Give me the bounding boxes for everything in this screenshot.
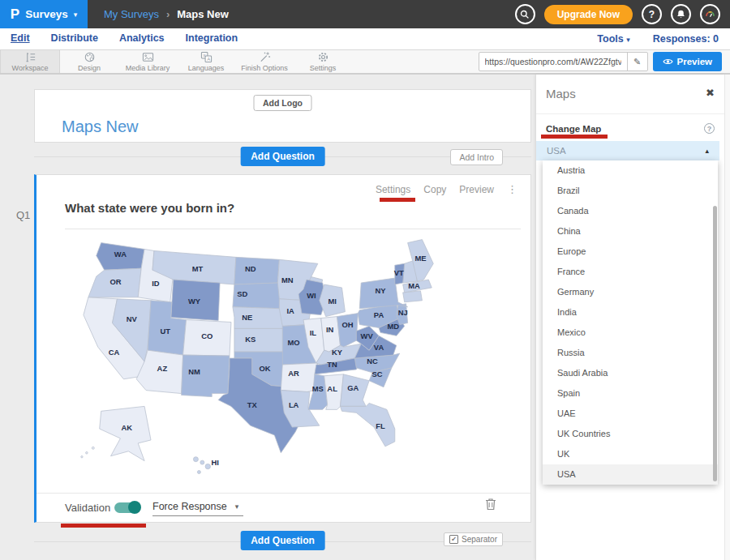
state-label-WV: WV (361, 331, 374, 340)
chevron-down-icon: ▾ (626, 36, 630, 44)
map-option-usa[interactable]: USA (543, 464, 718, 485)
validation-label: Validation (65, 502, 110, 514)
state-HI-island[interactable] (193, 457, 198, 462)
tab-distribute[interactable]: Distribute (51, 32, 98, 45)
map-option-spain[interactable]: Spain (543, 383, 718, 404)
state-FL[interactable] (341, 403, 395, 446)
design-icon (84, 52, 96, 63)
map-option-india[interactable]: India (543, 302, 718, 323)
questionpro-logo: P (11, 6, 19, 23)
responses-count[interactable]: Responses: 0 (653, 33, 719, 45)
preview-button[interactable]: Preview (653, 52, 722, 71)
tools-menu[interactable]: Tools ▾ (597, 33, 629, 45)
state-label-GA: GA (347, 383, 359, 392)
search-button[interactable] (515, 4, 535, 24)
tab-edit[interactable]: Edit (11, 32, 30, 45)
state-label-FL: FL (376, 421, 385, 430)
state-label-OH: OH (341, 320, 353, 329)
state-label-MS: MS (312, 384, 324, 393)
state-ND[interactable] (234, 257, 279, 284)
question-action-copy[interactable]: Copy (423, 184, 446, 195)
tab-analytics[interactable]: Analytics (119, 32, 165, 45)
delete-question-button[interactable] (485, 498, 496, 511)
map-option-saudi-arabia[interactable]: Saudi Arabia (543, 363, 718, 383)
state-HI-island[interactable] (197, 471, 200, 474)
add-question-button-top[interactable]: Add Question (240, 147, 325, 166)
map-option-russia[interactable]: Russia (543, 343, 718, 363)
toolbar-languages[interactable]: xALanguages (177, 50, 235, 73)
state-HI-island[interactable] (205, 464, 210, 468)
toolbar-design[interactable]: Design (60, 50, 118, 73)
map-option-europe[interactable]: Europe (543, 242, 718, 262)
breadcrumb: My Surveys › Maps New (104, 8, 229, 20)
page-scrollbar[interactable] (724, 75, 730, 560)
dropdown-scrollbar[interactable] (713, 206, 717, 481)
workspace-icon (24, 52, 36, 63)
state-label-OK: OK (259, 364, 270, 373)
map-option-uk-countries[interactable]: UK Countries (543, 424, 718, 444)
state-label-ME: ME (414, 254, 426, 263)
close-panel-button[interactable]: ✖ (706, 87, 715, 99)
toolbar-workspace[interactable]: Workspace (0, 50, 60, 73)
help-icon[interactable]: ? (704, 123, 715, 134)
state-label-WY: WY (188, 297, 201, 306)
annotation-underline-settings (380, 198, 415, 202)
map-option-france[interactable]: France (543, 262, 718, 282)
survey-nav: EditDistributeAnalyticsIntegration Tools… (0, 28, 730, 50)
state-HI-island[interactable] (200, 460, 204, 464)
search-icon (519, 9, 530, 20)
question-action-preview[interactable]: Preview (459, 184, 494, 195)
state-label-OR: OR (110, 277, 121, 286)
state-label-LA: LA (289, 400, 299, 409)
validation-toggle[interactable] (114, 502, 140, 513)
state-label-MD: MD (388, 322, 400, 331)
map-option-austria[interactable]: Austria (543, 160, 718, 181)
question-action-settings[interactable]: Settings (376, 184, 410, 195)
map-option-china[interactable]: China (543, 221, 718, 242)
survey-header-card: Add Logo Maps New (34, 89, 531, 143)
state-OH[interactable] (337, 314, 359, 348)
close-icon: ✖ (706, 87, 715, 99)
breadcrumb-survey-name: Maps New (177, 8, 229, 20)
eye-icon (663, 58, 673, 66)
breadcrumb-my-surveys[interactable]: My Surveys (104, 8, 159, 20)
separator-button[interactable]: ✔ Separator (444, 532, 503, 546)
state-AK[interactable] (100, 406, 151, 460)
map-option-mexico[interactable]: Mexico (543, 323, 718, 343)
add-question-button-bottom[interactable]: Add Question (240, 531, 325, 550)
force-response-dropdown[interactable]: Force Response ▾ (152, 501, 243, 516)
toolbar-finish-options[interactable]: Finish Options (235, 50, 294, 73)
state-label-PA: PA (374, 310, 384, 319)
help-button[interactable]: ? (642, 4, 662, 24)
map-option-brazil[interactable]: Brazil (543, 181, 718, 201)
top-header: P Surveys ▾ My Surveys › Maps New Upgrad… (0, 0, 730, 28)
add-intro-button[interactable]: Add Intro (450, 149, 503, 165)
edit-url-button[interactable]: ✎ (627, 53, 647, 71)
map-option-germany[interactable]: Germany (543, 282, 718, 302)
question-text[interactable]: What state were you born in? (65, 201, 234, 215)
notifications-button[interactable] (671, 4, 691, 24)
state-label-MO: MO (288, 338, 300, 347)
survey-title[interactable]: Maps New (62, 118, 138, 136)
upgrade-now-button[interactable]: Upgrade Now (544, 5, 633, 24)
survey-url-input[interactable] (479, 57, 627, 66)
map-option-uk[interactable]: UK (543, 444, 718, 464)
state-label-NY: NY (375, 286, 386, 295)
toolbar-media-library[interactable]: Media Library (118, 50, 177, 73)
map-option-canada[interactable]: Canada (543, 201, 718, 221)
toolbar-settings[interactable]: Settings (294, 50, 352, 73)
questionpro-app: P Surveys ▾ My Surveys › Maps New Upgrad… (0, 0, 730, 560)
add-logo-button[interactable]: Add Logo (253, 95, 312, 111)
product-switcher[interactable]: P Surveys ▾ (0, 0, 88, 28)
tab-integration[interactable]: Integration (186, 32, 238, 45)
question-more-menu[interactable]: ⋮ (507, 183, 517, 195)
state-label-IA: IA (286, 306, 294, 315)
map-select[interactable]: USA ▴ (536, 141, 719, 160)
change-map-label: Change Map (546, 124, 601, 134)
chevron-right-icon: › (166, 8, 170, 20)
account-menu-button[interactable] (700, 4, 720, 24)
chevron-up-icon: ▴ (705, 147, 709, 155)
state-label-NC: NC (367, 357, 378, 365)
state-label-SC: SC (372, 370, 383, 378)
map-option-uae[interactable]: UAE (543, 404, 718, 424)
